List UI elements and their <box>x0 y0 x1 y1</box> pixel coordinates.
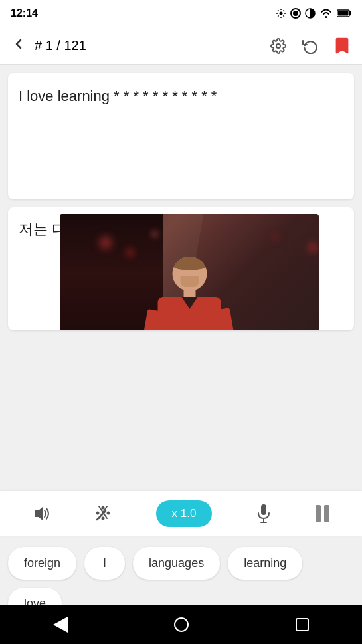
nav-home-button[interactable] <box>161 612 202 637</box>
svg-point-12 <box>107 512 109 514</box>
circle-status-icon <box>290 8 301 19</box>
svg-point-6 <box>276 44 280 48</box>
chip-i[interactable]: I <box>84 547 125 580</box>
speed-button[interactable]: x 1.0 <box>156 500 213 527</box>
settings-status-icon <box>276 8 286 19</box>
chip-learning[interactable]: learning <box>228 547 302 580</box>
svg-point-11 <box>96 512 98 514</box>
pause-icon <box>316 505 329 522</box>
refresh-button[interactable] <box>301 37 319 55</box>
svg-point-10 <box>102 507 104 509</box>
video-player[interactable] <box>60 214 319 330</box>
sound-button[interactable] <box>33 504 51 523</box>
nav-title: # 1 / 121 <box>35 38 86 53</box>
wifi-icon <box>319 8 333 19</box>
bottom-nav <box>0 605 362 644</box>
video-person <box>158 257 221 330</box>
controls-bar: x 1.0 <box>0 491 362 536</box>
recent-square-icon <box>296 618 309 631</box>
video-frame <box>60 214 319 330</box>
home-circle-icon <box>174 617 189 632</box>
english-text-card: I love learning * * * * * * * * * * * <box>8 73 354 199</box>
nav-right <box>269 37 351 55</box>
battery-icon <box>337 9 351 18</box>
chip-foreign[interactable]: foreign <box>8 547 76 580</box>
nav-recent-button[interactable] <box>282 613 322 637</box>
svg-marker-7 <box>35 507 43 520</box>
status-bar: 12:14 <box>0 0 362 27</box>
main-content: I love learning * * * * * * * * * * * 저는… <box>0 65 362 338</box>
back-triangle-icon <box>53 617 68 633</box>
svg-point-2 <box>293 11 298 16</box>
nav-left: # 1 / 121 <box>11 36 86 56</box>
back-button[interactable] <box>11 36 27 56</box>
svg-point-0 <box>280 12 283 15</box>
status-time: 12:14 <box>11 7 38 19</box>
bookmark-button[interactable] <box>333 37 351 55</box>
english-sentence: I love learning * * * * * * * * * * * <box>19 88 217 104</box>
settings-button[interactable] <box>269 37 288 55</box>
speed-label: x 1.0 <box>172 507 197 520</box>
svg-rect-15 <box>261 504 266 515</box>
pause-button[interactable] <box>316 505 329 522</box>
chip-languages[interactable]: languages <box>133 547 220 580</box>
wand-button[interactable] <box>95 505 112 522</box>
nav-bar: # 1 / 121 <box>0 27 362 65</box>
korean-video-card: 저는 다. <box>8 207 354 330</box>
halfcircle-status-icon <box>305 8 316 19</box>
svg-point-13 <box>102 518 104 520</box>
status-icons <box>276 8 351 19</box>
nav-back-button[interactable] <box>40 611 81 638</box>
mic-button[interactable] <box>256 504 272 524</box>
svg-rect-5 <box>338 11 349 16</box>
